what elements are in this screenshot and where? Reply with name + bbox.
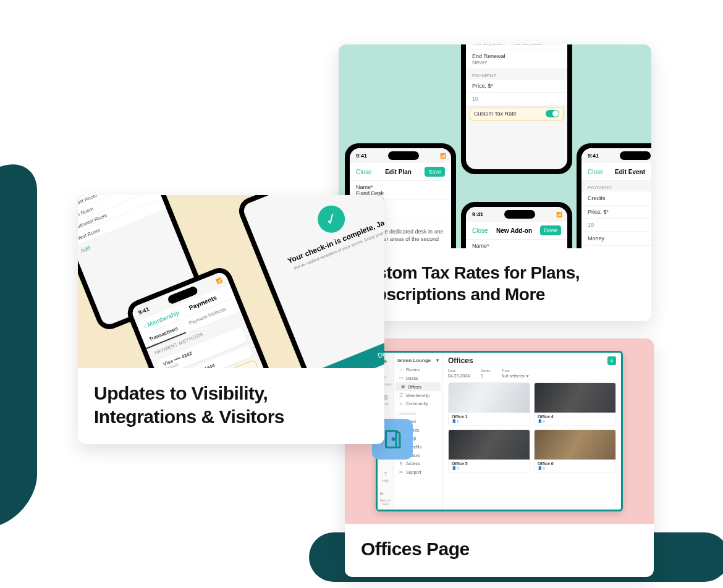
- status-time: 9:41: [137, 306, 150, 316]
- nav-membership[interactable]: ☰Membership: [394, 391, 442, 400]
- save-button[interactable]: Save: [425, 167, 445, 177]
- filters: Date04.23.2024 Seats1 FloorNot selected …: [448, 369, 616, 379]
- nav-rooms[interactable]: ⌂Rooms: [394, 366, 442, 374]
- main-content: + Offices Date04.23.2024 Seats1 FloorNot…: [443, 353, 621, 510]
- card-preview: ✦ ☺Members ▤Stats 🔔Notifications ?Help ⇤…: [345, 338, 654, 524]
- office-card[interactable]: Office 6👤 8: [534, 429, 616, 472]
- phone-mock: Current Period Feb 20, 2024 – Mar 19, 20…: [461, 44, 572, 174]
- collapse-icon[interactable]: ⇤: [378, 489, 387, 498]
- seats-filter[interactable]: 1: [481, 374, 490, 378]
- help-icon[interactable]: ?: [381, 469, 391, 479]
- status-icons: 📶: [440, 153, 445, 159]
- dashboard-mock: ✦ ☺Members ▤Stats 🔔Notifications ?Help ⇤…: [376, 351, 623, 511]
- card-title: Custom Tax Rates for Plans, Subscription…: [339, 248, 651, 321]
- close-button[interactable]: Close: [242, 195, 384, 219]
- screen-title: Edit Event: [615, 169, 645, 175]
- toggle[interactable]: [546, 110, 559, 117]
- section: PAYMENT: [466, 69, 567, 80]
- value: Feb 20, 2024 – Mar 19, 2024: [472, 44, 561, 46]
- floor-filter[interactable]: Not selected ▾: [501, 374, 529, 379]
- workspace-selector[interactable]: Green Lounge▾: [394, 355, 442, 366]
- done-button[interactable]: Done: [315, 317, 384, 368]
- label: Price, $*: [472, 83, 561, 89]
- value: 10: [472, 96, 561, 102]
- nav-support[interactable]: ☏Support: [394, 468, 442, 476]
- page-heading: Offices: [448, 356, 616, 365]
- close-button[interactable]: Close: [356, 169, 372, 175]
- close-button[interactable]: Close: [472, 227, 488, 234]
- bg-shape: [0, 153, 37, 539]
- office-card[interactable]: Office 1👤 8: [448, 382, 530, 426]
- label: Name*: [356, 184, 445, 190]
- notch-icon: [388, 151, 419, 160]
- status-icons: 📶: [216, 277, 222, 284]
- value: 10: [588, 222, 651, 228]
- status-time: 9:41: [472, 211, 483, 217]
- svg-point-1: [392, 439, 394, 440]
- label: Price, $*: [588, 209, 651, 215]
- status-time: 9:41: [588, 153, 599, 159]
- card-title: Updates to Visibility, Integrations & Vi…: [78, 368, 384, 444]
- label: Money: [588, 235, 604, 242]
- card-offices-page[interactable]: ✦ ☺Members ▤Stats 🔔Notifications ?Help ⇤…: [345, 338, 654, 577]
- phone-mock: 9:41 📶 Close New Add-on Done Name* Parki…: [461, 202, 572, 248]
- save-button[interactable]: Done: [540, 225, 561, 235]
- nav-offices[interactable]: ▣Offices: [395, 382, 441, 391]
- label: Name*: [472, 243, 561, 248]
- office-card[interactable]: Office 4👤 8: [534, 382, 616, 426]
- nav-desks[interactable]: ▭Desks: [394, 374, 442, 382]
- nav-community[interactable]: ☺Community: [394, 400, 442, 408]
- label: End Renewal: [472, 53, 561, 59]
- screen-title: New Add-on: [496, 227, 532, 234]
- card-custom-tax-rates[interactable]: Current Period Feb 20, 2024 – Mar 19, 20…: [339, 44, 651, 321]
- card-preview: ROOMS East Room⚡ 2 · 1 / $ · $15.00 / hr…: [78, 195, 384, 368]
- label: Credits: [588, 195, 606, 201]
- status-icons: 📶: [556, 212, 561, 217]
- section: PAYMENT: [581, 181, 651, 191]
- chevron-down-icon: ▾: [436, 358, 439, 363]
- screen-title: Edit Plan: [385, 169, 412, 175]
- notch-icon: [620, 151, 651, 160]
- label: Custom Tax Rate: [474, 111, 517, 117]
- card-title: Offices Page: [345, 524, 654, 577]
- value: Never: [472, 59, 561, 65]
- section-header: CONTENT: [394, 410, 442, 418]
- close-button[interactable]: Close: [588, 169, 604, 175]
- card-preview: Current Period Feb 20, 2024 – Mar 19, 20…: [339, 44, 651, 248]
- office-card[interactable]: Office 5👤 8: [448, 429, 530, 472]
- card-visibility-integrations[interactable]: ROOMS East Room⚡ 2 · 1 / $ · $15.00 / hr…: [78, 195, 384, 444]
- nav-access[interactable]: ⎘Access: [394, 460, 442, 468]
- notch-icon: [504, 210, 535, 219]
- check-icon: ✓: [314, 201, 349, 237]
- phone-mock: 9:41 📶 Close Edit Event Save PAYMENT Cre…: [577, 143, 651, 248]
- date-filter[interactable]: 04.23.2024: [448, 374, 470, 378]
- add-office-button[interactable]: +: [607, 356, 616, 365]
- status-time: 9:41: [356, 153, 367, 159]
